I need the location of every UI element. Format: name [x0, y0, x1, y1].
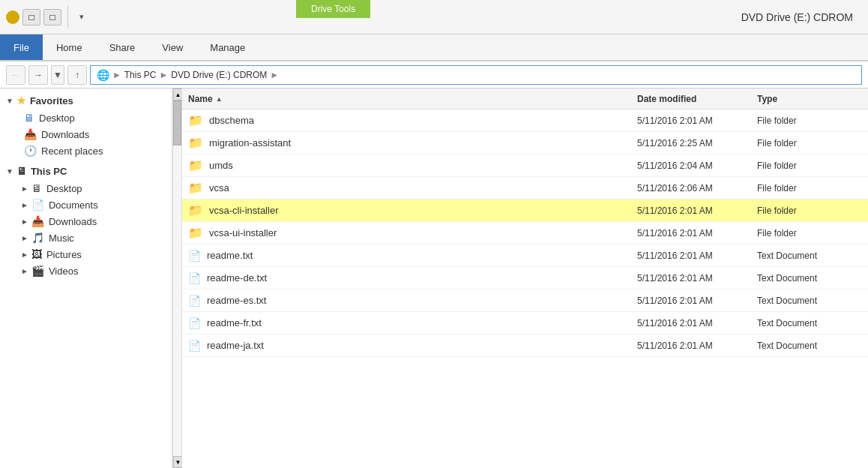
sidebar-documents-label: Documents	[49, 200, 98, 211]
desktop-icon: 🖥	[24, 112, 34, 124]
file-type: File folder	[757, 183, 862, 194]
path-drive[interactable]: DVD Drive (E:) CDROM	[171, 70, 267, 80]
sidebar-item-downloads-pc[interactable]: ► 📥 Downloads	[0, 213, 172, 230]
file-date: 5/11/2016 2:01 AM	[637, 296, 757, 306]
sidebar-item-pictures[interactable]: ► 🖼 Pictures	[0, 246, 172, 262]
file-name: readme-es.txt	[207, 295, 637, 306]
table-row[interactable]: 📄 readme-fr.txt 5/11/2016 2:01 AM Text D…	[182, 312, 868, 334]
text-file-icon: 📄	[188, 272, 201, 284]
sidebar-downloads-pc-label: Downloads	[49, 216, 97, 227]
file-name: readme-de.txt	[207, 272, 637, 284]
downloads-icon-fav: 📥	[24, 128, 37, 140]
file-type: File folder	[757, 206, 862, 216]
table-row[interactable]: 📁 vcsa 5/11/2016 2:06 AM File folder	[182, 177, 868, 200]
arrow-music: ►	[21, 234, 28, 242]
back-button[interactable]: ←	[6, 65, 25, 85]
favorites-section: ▼ ★ Favorites 🖥 Desktop 📥 Downloads 🕐 Re…	[0, 92, 172, 159]
file-date: 5/11/2016 2:01 AM	[637, 340, 757, 351]
col-type-header[interactable]: Type	[757, 94, 862, 104]
address-path[interactable]: 🌐 ► This PC ► DVD Drive (E:) CDROM ►	[90, 65, 862, 85]
col-name-header[interactable]: Name ▲	[188, 94, 637, 104]
tab-home[interactable]: Home	[43, 34, 96, 60]
file-date: 5/11/2016 2:04 AM	[637, 160, 757, 171]
arrow-documents: ►	[21, 201, 28, 209]
table-row[interactable]: 📁 dbschema 5/11/2016 2:01 AM File folder	[182, 110, 868, 132]
sidebar-scrollbar[interactable]: ▲ ▼	[172, 88, 182, 468]
file-type: Text Document	[757, 273, 862, 284]
sidebar-item-videos[interactable]: ► 🎬 Videos	[0, 262, 172, 279]
table-row[interactable]: 📁 vcsa-ui-installer 5/11/2016 2:01 AM Fi…	[182, 222, 868, 244]
sidebar-recent-label: Recent places	[41, 146, 103, 157]
sidebar-item-documents[interactable]: ► 📄 Documents	[0, 196, 172, 213]
folder-icon: 📁	[188, 203, 203, 218]
file-type: Text Document	[757, 296, 862, 306]
file-list: Name ▲ Date modified Type 📁 dbschema 5/1…	[182, 88, 868, 468]
sidebar-item-recent[interactable]: 🕐 Recent places	[0, 142, 172, 159]
sidebar-item-desktop[interactable]: 🖥 Desktop	[0, 110, 172, 126]
file-list-header: Name ▲ Date modified Type	[182, 88, 868, 110]
file-date: 5/11/2016 2:01 AM	[637, 116, 757, 126]
scroll-thumb[interactable]	[173, 100, 181, 146]
table-row[interactable]: 📄 readme-es.txt 5/11/2016 2:01 AM Text D…	[182, 290, 868, 312]
tab-view[interactable]: View	[148, 34, 196, 60]
table-row[interactable]: 📁 migration-assistant 5/11/2016 2:25 AM …	[182, 132, 868, 154]
ribbon: File Home Share View Manage	[0, 34, 868, 62]
file-name: readme.txt	[207, 250, 637, 261]
new-window-btn[interactable]: □	[22, 9, 40, 26]
tab-share[interactable]: Share	[96, 34, 149, 60]
drive-tools-tab[interactable]: Drive Tools	[296, 0, 370, 18]
file-date: 5/11/2016 2:25 AM	[637, 138, 757, 148]
path-this-pc[interactable]: This PC	[124, 70, 157, 80]
downloads-icon-pc: 📥	[31, 215, 44, 227]
undo-btn[interactable]: ▾	[74, 9, 89, 26]
file-type: Text Document	[757, 340, 862, 351]
pictures-icon: 🖼	[31, 248, 42, 260]
up-button[interactable]: ↑	[67, 65, 87, 85]
file-rows: 📁 dbschema 5/11/2016 2:01 AM File folder…	[182, 110, 868, 357]
tab-file[interactable]: File	[0, 34, 43, 60]
table-row[interactable]: 📄 readme-de.txt 5/11/2016 2:01 AM Text D…	[182, 267, 868, 290]
sidebar-desktop-label: Desktop	[39, 112, 75, 124]
dropdown-btn[interactable]: ▼	[51, 65, 64, 85]
file-type: File folder	[757, 228, 862, 238]
text-file-icon: 📄	[188, 317, 201, 329]
table-row[interactable]: 📁 vcsa-cli-installer 5/11/2016 2:01 AM F…	[182, 200, 868, 222]
arrow-videos: ►	[21, 267, 28, 275]
forward-button[interactable]: →	[28, 65, 48, 85]
favorites-arrow: ▼	[6, 97, 13, 105]
text-file-icon: 📄	[188, 295, 201, 307]
tab-manage[interactable]: Manage	[196, 34, 259, 60]
text-file-icon: 📄	[188, 340, 201, 352]
scroll-track[interactable]	[173, 100, 181, 456]
arrow-desktop: ►	[21, 184, 28, 193]
app-icon	[6, 10, 19, 24]
folder-icon: 📁	[188, 113, 203, 128]
arrow-downloads: ►	[21, 218, 28, 226]
title-bar: □ □ ▾ Drive Tools DVD Drive (E:) CDROM	[0, 0, 868, 34]
sidebar-item-desktop-pc[interactable]: ► 🖥 Desktop	[0, 180, 172, 196]
title-bar-left: □ □ ▾	[0, 0, 95, 34]
file-name: readme-fr.txt	[207, 317, 637, 328]
col-date-header[interactable]: Date modified	[637, 94, 757, 104]
address-bar: ← → ▼ ↑ 🌐 ► This PC ► DVD Drive (E:) CDR…	[0, 62, 868, 88]
copy-btn[interactable]: □	[43, 9, 61, 26]
file-date: 5/11/2016 2:01 AM	[637, 250, 757, 261]
main-content: ▼ ★ Favorites 🖥 Desktop 📥 Downloads 🕐 Re…	[0, 88, 868, 468]
folder-icon: 📁	[188, 181, 203, 195]
sidebar-wrapper: ▼ ★ Favorites 🖥 Desktop 📥 Downloads 🕐 Re…	[0, 88, 182, 468]
sidebar-item-downloads-fav[interactable]: 📥 Downloads	[0, 126, 172, 142]
sidebar-item-music[interactable]: ► 🎵 Music	[0, 230, 172, 246]
table-row[interactable]: 📄 readme.txt 5/11/2016 2:01 AM Text Docu…	[182, 244, 868, 267]
table-row[interactable]: 📄 readme-ja.txt 5/11/2016 2:01 AM Text D…	[182, 334, 868, 357]
table-row[interactable]: 📁 umds 5/11/2016 2:04 AM File folder	[182, 154, 868, 177]
file-date: 5/11/2016 2:01 AM	[637, 273, 757, 284]
desktop-icon-pc: 🖥	[31, 182, 42, 194]
file-type: Text Document	[757, 250, 862, 261]
sidebar-desktop-pc-label: Desktop	[46, 183, 82, 194]
this-pc-header[interactable]: ▼ 🖥 This PC	[0, 162, 172, 180]
favorites-header[interactable]: ▼ ★ Favorites	[0, 92, 172, 110]
file-type: File folder	[757, 116, 862, 126]
folder-icon: 📁	[188, 226, 203, 240]
path-arrow2: ►	[159, 70, 168, 80]
file-type: File folder	[757, 160, 862, 171]
